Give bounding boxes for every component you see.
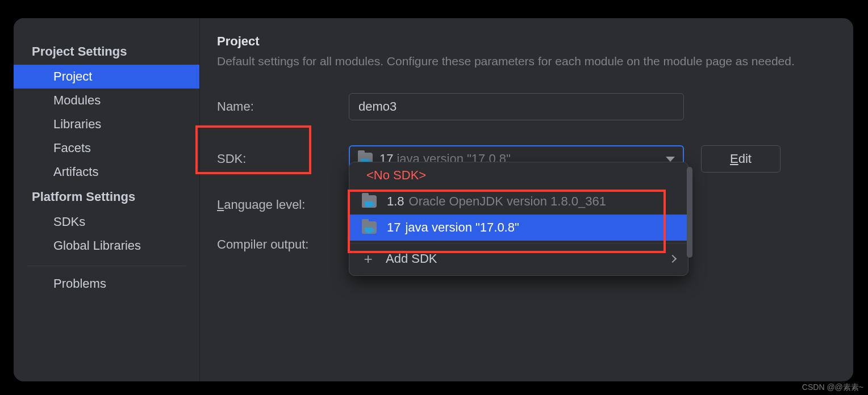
sidebar-item-facets[interactable]: Facets bbox=[14, 136, 199, 160]
dropdown-scrollbar[interactable] bbox=[687, 167, 692, 258]
sidebar-item-modules[interactable]: Modules bbox=[14, 89, 199, 112]
chevron-right-icon bbox=[669, 255, 677, 263]
project-structure-window: Project Settings Project Modules Librari… bbox=[14, 18, 853, 381]
dropdown-separator bbox=[349, 243, 688, 243]
add-sdk-label: Add SDK bbox=[386, 251, 437, 266]
sidebar-heading-project-settings: Project Settings bbox=[14, 39, 199, 65]
sidebar-item-artifacts[interactable]: Artifacts bbox=[14, 160, 199, 184]
sdk-dropdown: <No SDK> 1.8 Oracle OpenJDK version 1.8.… bbox=[349, 162, 688, 276]
sidebar: Project Settings Project Modules Librari… bbox=[14, 18, 200, 381]
project-name-input[interactable] bbox=[349, 93, 684, 120]
sidebar-item-problems[interactable]: Problems bbox=[14, 272, 199, 296]
jdk-folder-icon bbox=[362, 221, 377, 234]
sidebar-item-project[interactable]: Project bbox=[14, 65, 199, 89]
label-compiler-output: Compiler output: bbox=[217, 237, 349, 252]
sdk-option-no-sdk[interactable]: <No SDK> bbox=[349, 162, 688, 188]
sidebar-heading-platform-settings: Platform Settings bbox=[14, 184, 199, 210]
jdk-folder-icon bbox=[362, 195, 377, 208]
row-name: Name: bbox=[217, 93, 853, 120]
sdk-option-1_8[interactable]: 1.8 Oracle OpenJDK version 1.8.0_361 bbox=[349, 188, 688, 215]
sidebar-item-sdks[interactable]: SDKs bbox=[14, 210, 199, 234]
sdk-option-version: 17 bbox=[387, 220, 400, 235]
chevron-down-icon bbox=[666, 157, 675, 162]
page-description: Default settings for all modules. Config… bbox=[217, 54, 853, 68]
label-language-level: Language level: bbox=[217, 198, 349, 212]
sidebar-separator bbox=[27, 266, 186, 266]
sidebar-item-global-libraries[interactable]: Global Libraries bbox=[14, 234, 199, 258]
sidebar-item-libraries[interactable]: Libraries bbox=[14, 112, 199, 136]
sdk-option-17[interactable]: 17 java version "17.0.8" bbox=[349, 215, 688, 241]
edit-sdk-button[interactable]: Edit bbox=[701, 145, 781, 173]
watermark: CSDN @@素素~ bbox=[802, 383, 863, 393]
label-sdk: SDK: bbox=[217, 152, 349, 166]
main-panel: Project Default settings for all modules… bbox=[200, 18, 853, 381]
sdk-option-detail: Oracle OpenJDK version 1.8.0_361 bbox=[409, 194, 606, 209]
label-name: Name: bbox=[217, 99, 349, 114]
sdk-option-add-sdk[interactable]: + Add SDK bbox=[349, 246, 688, 272]
page-title: Project bbox=[217, 34, 853, 49]
sdk-option-version: 1.8 bbox=[387, 194, 404, 209]
plus-icon: + bbox=[362, 253, 374, 265]
sdk-option-detail: java version "17.0.8" bbox=[405, 220, 519, 235]
